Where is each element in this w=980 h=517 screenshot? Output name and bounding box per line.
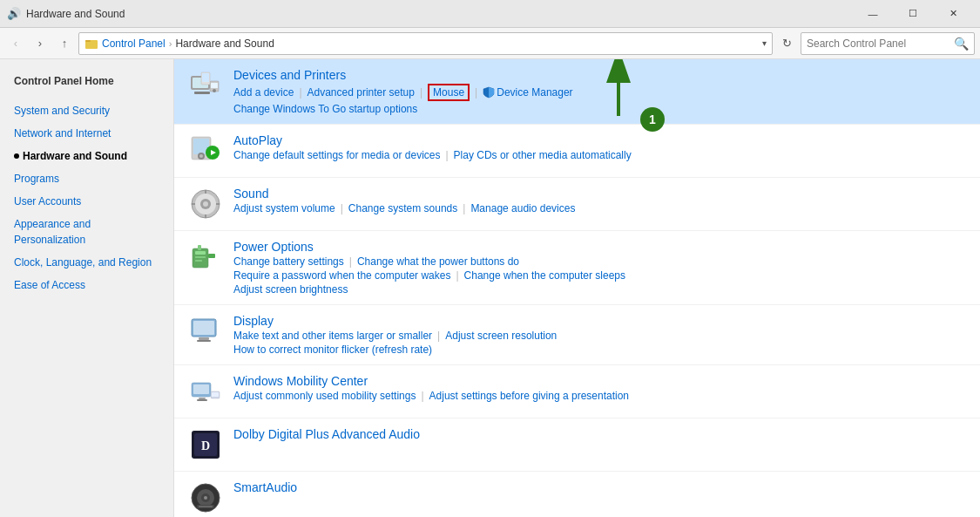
mobility-settings-link[interactable]: Adjust commonly used mobility settings bbox=[233, 390, 416, 402]
active-bullet bbox=[14, 153, 19, 159]
svg-rect-29 bbox=[208, 254, 215, 258]
sound-icon-svg bbox=[190, 188, 221, 220]
dolby-body: Dolby Digital Plus Advanced Audio bbox=[233, 427, 966, 443]
advanced-printer-link[interactable]: Advanced printer setup bbox=[308, 86, 415, 99]
sound-links: Adjust system volume | Change system sou… bbox=[233, 202, 966, 214]
power-title[interactable]: Power Options bbox=[233, 240, 966, 254]
content-area: Devices and Printers Add a device | Adva… bbox=[174, 59, 980, 517]
sidebar-active-label: Hardware and Sound bbox=[23, 148, 127, 164]
window-title: Hardware and Sound bbox=[26, 8, 853, 20]
svg-rect-28 bbox=[195, 260, 202, 262]
section-sound: Sound Adjust system volume | Change syst… bbox=[174, 178, 980, 231]
svg-rect-37 bbox=[199, 398, 206, 399]
address-part-2: Hardware and Sound bbox=[175, 37, 274, 50]
maximize-button[interactable]: ☐ bbox=[893, 0, 933, 28]
brightness-link[interactable]: Adjust screen brightness bbox=[233, 283, 348, 296]
smart-audio-title[interactable]: SmartAudio bbox=[233, 480, 966, 494]
power-icon bbox=[188, 240, 223, 275]
minimize-button[interactable]: — bbox=[853, 0, 893, 28]
require-password-link[interactable]: Require a password when the computer wak… bbox=[233, 269, 450, 282]
adjust-volume-link[interactable]: Adjust system volume bbox=[233, 202, 335, 214]
display-links-row1: Make text and other items larger or smal… bbox=[233, 330, 966, 342]
battery-settings-link[interactable]: Change battery settings bbox=[233, 255, 344, 268]
section-autoplay: AutoPlay Change default settings for med… bbox=[174, 125, 980, 178]
screen-resolution-link[interactable]: Adjust screen resolution bbox=[445, 330, 557, 342]
autoplay-icon bbox=[188, 133, 223, 168]
sound-icon bbox=[188, 187, 223, 221]
titlebar: 🔊 Hardware and Sound — ☐ ✕ bbox=[0, 0, 980, 28]
presentation-link[interactable]: Adjust settings before giving a presenta… bbox=[429, 390, 629, 402]
sidebar-item-programs[interactable]: Programs bbox=[0, 167, 173, 190]
svg-rect-38 bbox=[197, 399, 207, 401]
search-icon[interactable]: 🔍 bbox=[954, 37, 969, 51]
svg-text:D: D bbox=[201, 439, 210, 452]
address-sep-1: › bbox=[169, 38, 172, 49]
sound-title[interactable]: Sound bbox=[233, 187, 966, 201]
mobility-links: Adjust commonly used mobility settings |… bbox=[233, 390, 966, 402]
power-body: Power Options Change battery settings | … bbox=[233, 240, 966, 296]
dolby-icon-svg: D bbox=[190, 429, 221, 460]
back-button[interactable]: ‹ bbox=[5, 33, 26, 54]
svg-rect-34 bbox=[197, 340, 211, 342]
change-sounds-link[interactable]: Change system sounds bbox=[348, 202, 457, 214]
dolby-icon: D bbox=[188, 427, 223, 462]
devices-printers-icon bbox=[188, 68, 223, 103]
dolby-title[interactable]: Dolby Digital Plus Advanced Audio bbox=[233, 427, 966, 441]
svg-rect-4 bbox=[194, 92, 210, 94]
text-size-link[interactable]: Make text and other items larger or smal… bbox=[233, 330, 432, 342]
devices-icon-svg bbox=[189, 69, 222, 102]
address-bar[interactable]: Control Panel › Hardware and Sound ▾ bbox=[78, 32, 773, 55]
sidebar-item-system-security[interactable]: System and Security bbox=[0, 99, 173, 122]
app-icon: 🔊 bbox=[7, 7, 21, 21]
sidebar-item-ease[interactable]: Ease of Access bbox=[0, 274, 173, 296]
autoplay-links: Change default settings for media or dev… bbox=[233, 149, 966, 161]
autoplay-title[interactable]: AutoPlay bbox=[233, 133, 966, 147]
svg-rect-27 bbox=[195, 256, 206, 258]
display-title[interactable]: Display bbox=[233, 314, 966, 328]
up-button[interactable]: ↑ bbox=[54, 33, 75, 54]
power-links-row1: Change battery settings | Change what th… bbox=[233, 255, 966, 268]
monitor-flicker-link[interactable]: How to correct monitor flicker (refresh … bbox=[233, 344, 432, 356]
close-button[interactable]: ✕ bbox=[933, 0, 973, 28]
mouse-link[interactable]: Mouse bbox=[428, 84, 470, 101]
smart-audio-body: SmartAudio bbox=[233, 480, 966, 496]
manage-audio-link[interactable]: Manage audio devices bbox=[470, 202, 575, 214]
sound-body: Sound Adjust system volume | Change syst… bbox=[233, 187, 966, 214]
search-box[interactable]: 🔍 bbox=[801, 32, 975, 55]
section-mobility: Windows Mobility Center Adjust commonly … bbox=[174, 365, 980, 418]
sidebar-item-appearance[interactable]: Appearance and Personalization bbox=[0, 213, 173, 251]
svg-rect-32 bbox=[193, 321, 214, 335]
device-manager-link[interactable]: Device Manager bbox=[497, 86, 572, 99]
svg-rect-9 bbox=[202, 73, 209, 82]
refresh-button[interactable]: ↻ bbox=[776, 33, 797, 54]
folder-icon bbox=[84, 37, 98, 51]
sidebar-item-control-panel-home[interactable]: Control Panel Home bbox=[0, 70, 173, 92]
navbar: ‹ › ↑ Control Panel › Hardware and Sound… bbox=[0, 28, 980, 59]
search-input[interactable] bbox=[807, 37, 954, 50]
forward-button[interactable]: › bbox=[30, 33, 51, 54]
svg-rect-6 bbox=[211, 83, 218, 88]
power-links-row3: Adjust screen brightness bbox=[233, 283, 966, 296]
sidebar-item-network-internet[interactable]: Network and Internet bbox=[0, 122, 173, 145]
devices-printers-title[interactable]: Devices and Printers bbox=[233, 68, 966, 82]
display-body: Display Make text and other items larger… bbox=[233, 314, 966, 356]
address-dropdown[interactable]: ▾ bbox=[762, 38, 767, 48]
shield-icon bbox=[483, 86, 495, 99]
smart-audio-icon bbox=[188, 480, 223, 515]
address-part-1[interactable]: Control Panel bbox=[102, 37, 166, 50]
section-display: Display Make text and other items larger… bbox=[174, 305, 980, 365]
svg-rect-33 bbox=[199, 337, 209, 340]
when-sleeps-link[interactable]: Change when the computer sleeps bbox=[464, 269, 625, 282]
add-device-link[interactable]: Add a device bbox=[233, 86, 294, 99]
mobility-title[interactable]: Windows Mobility Center bbox=[233, 374, 966, 388]
windows-to-go-link[interactable]: Change Windows To Go startup options bbox=[233, 103, 417, 115]
sidebar-item-user-accounts[interactable]: User Accounts bbox=[0, 190, 173, 213]
svg-rect-36 bbox=[193, 384, 209, 394]
mobility-icon-svg bbox=[190, 376, 221, 407]
section-devices-printers: Devices and Printers Add a device | Adva… bbox=[174, 59, 980, 125]
autoplay-cds-link[interactable]: Play CDs or other media automatically bbox=[454, 149, 632, 161]
mobility-icon bbox=[188, 374, 223, 409]
autoplay-defaults-link[interactable]: Change default settings for media or dev… bbox=[233, 149, 440, 161]
power-buttons-link[interactable]: Change what the power buttons do bbox=[357, 255, 519, 268]
sidebar-item-clock[interactable]: Clock, Language, and Region bbox=[0, 251, 173, 274]
